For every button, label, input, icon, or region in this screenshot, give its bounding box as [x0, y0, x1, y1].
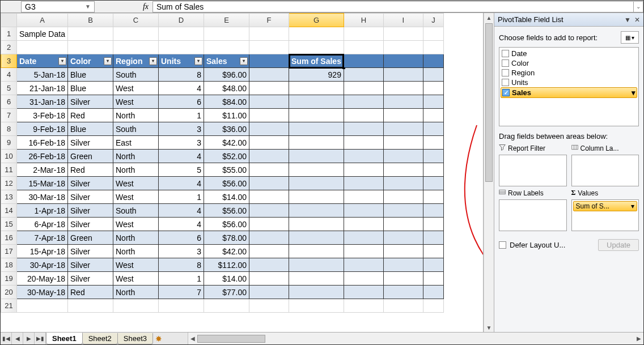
cell-F6[interactable] [249, 95, 289, 109]
row-header[interactable]: 14 [1, 204, 17, 218]
cell-J15[interactable] [423, 218, 443, 231]
scroll-left-icon[interactable]: ◀ [188, 335, 197, 342]
cell-F13[interactable] [249, 190, 289, 204]
cell-B14[interactable]: Silver [68, 204, 113, 218]
scroll-thumb-vertical[interactable] [485, 23, 493, 182]
cell-J19[interactable] [423, 272, 443, 286]
cell-H14[interactable] [344, 204, 383, 218]
cell-C3[interactable]: Region [113, 54, 159, 68]
sheet-tab-sheet1[interactable]: Sheet1 [46, 333, 83, 344]
field-item-units[interactable]: Units [501, 78, 637, 87]
cell-G2[interactable] [289, 41, 344, 54]
new-sheet-button[interactable]: ✸ [152, 333, 165, 344]
cell-G20[interactable] [289, 286, 344, 299]
cell-J14[interactable] [423, 204, 443, 218]
cell-B21[interactable] [68, 299, 113, 313]
chevron-down-icon[interactable]: ▾ [631, 202, 634, 210]
cell-D15[interactable]: 4 [159, 218, 204, 231]
cell-A15[interactable]: 6-Apr-18 [17, 218, 68, 231]
cell-D16[interactable]: 6 [159, 231, 204, 245]
cell-G12[interactable] [289, 177, 344, 190]
cell-C5[interactable]: West [113, 82, 159, 95]
column-header-H[interactable]: H [344, 14, 383, 27]
cell-I21[interactable] [383, 299, 423, 313]
cell-H16[interactable] [344, 231, 383, 245]
cell-F17[interactable] [249, 245, 289, 258]
row-header[interactable]: 21 [1, 299, 17, 313]
chevron-down-icon[interactable]: ▼ [624, 16, 631, 24]
cell-G11[interactable] [289, 163, 344, 177]
cell-C7[interactable]: North [113, 109, 159, 122]
cell-D9[interactable]: 3 [159, 136, 204, 150]
cell-C8[interactable]: South [113, 122, 159, 136]
cell-H8[interactable] [344, 122, 383, 136]
cell-B13[interactable]: Silver [68, 190, 113, 204]
cell-C18[interactable]: West [113, 258, 159, 272]
filter-dropdown-icon[interactable] [149, 57, 157, 65]
cell-A13[interactable]: 30-Mar-18 [17, 190, 68, 204]
cell-D6[interactable]: 6 [159, 95, 204, 109]
column-labels-area[interactable] [571, 155, 639, 186]
checkbox-icon[interactable] [502, 50, 509, 57]
cell-A2[interactable] [17, 41, 68, 54]
row-header[interactable]: 1 [1, 27, 17, 41]
cell-E20[interactable]: $77.00 [204, 286, 249, 299]
next-sheet-button[interactable]: ▶ [23, 333, 35, 344]
cell-G7[interactable] [289, 109, 344, 122]
cell-J9[interactable] [423, 136, 443, 150]
cell-C13[interactable]: West [113, 190, 159, 204]
scroll-up-icon[interactable]: ▲ [484, 13, 494, 22]
cell-A6[interactable]: 31-Jan-18 [17, 95, 68, 109]
cell-G6[interactable] [289, 95, 344, 109]
filter-dropdown-icon[interactable] [104, 57, 112, 65]
cell-H10[interactable] [344, 150, 383, 163]
name-box[interactable]: G3 ▼ [21, 1, 95, 12]
cell-I3[interactable] [383, 54, 423, 68]
cell-B20[interactable]: Red [68, 286, 113, 299]
cell-I10[interactable] [383, 150, 423, 163]
cell-B19[interactable]: Silver [68, 272, 113, 286]
cell-G10[interactable] [289, 150, 344, 163]
cell-G3[interactable]: Sum of Sales [289, 54, 344, 68]
row-header[interactable]: 4 [1, 68, 17, 82]
cell-G17[interactable] [289, 245, 344, 258]
filter-dropdown-icon[interactable] [194, 57, 202, 65]
column-header-E[interactable]: E [204, 14, 249, 27]
cell-D12[interactable]: 4 [159, 177, 204, 190]
cell-I17[interactable] [383, 245, 423, 258]
checkbox-icon[interactable] [502, 69, 509, 76]
horizontal-scrollbar[interactable]: ◀ ▶ [188, 333, 643, 344]
cell-A17[interactable]: 15-Apr-18 [17, 245, 68, 258]
row-header[interactable]: 2 [1, 41, 17, 54]
cell-E7[interactable]: $11.00 [204, 109, 249, 122]
cell-A19[interactable]: 20-May-18 [17, 272, 68, 286]
chevron-down-icon[interactable]: ▾ [632, 88, 635, 97]
chevron-down-icon[interactable]: ▼ [85, 3, 91, 10]
cell-H12[interactable] [344, 177, 383, 190]
cell-A18[interactable]: 30-Apr-18 [17, 258, 68, 272]
checkbox-icon[interactable] [502, 59, 509, 67]
cell-F20[interactable] [249, 286, 289, 299]
cell-E6[interactable]: $84.00 [204, 95, 249, 109]
cell-D11[interactable]: 5 [159, 163, 204, 177]
cell-H19[interactable] [344, 272, 383, 286]
cell-C11[interactable]: North [113, 163, 159, 177]
sheet-tab-sheet2[interactable]: Sheet2 [82, 333, 118, 344]
column-header-C[interactable]: C [113, 14, 159, 27]
cell-E14[interactable]: $56.00 [204, 204, 249, 218]
cell-B3[interactable]: Color [68, 54, 113, 68]
cell-C20[interactable]: North [113, 286, 159, 299]
cell-I20[interactable] [383, 286, 423, 299]
cell-B11[interactable]: Red [68, 163, 113, 177]
cell-B8[interactable]: Blue [68, 122, 113, 136]
cell-A5[interactable]: 21-Jan-18 [17, 82, 68, 95]
cell-G8[interactable] [289, 122, 344, 136]
row-header[interactable]: 13 [1, 190, 17, 204]
cell-E3[interactable]: Sales [204, 54, 249, 68]
layout-options-button[interactable]: ▦ ▾ [621, 31, 639, 44]
column-header-B[interactable]: B [68, 14, 113, 27]
cell-I14[interactable] [383, 204, 423, 218]
column-header-J[interactable]: J [423, 14, 443, 27]
checkbox-icon[interactable]: ✓ [502, 89, 510, 96]
cell-D8[interactable]: 3 [159, 122, 204, 136]
